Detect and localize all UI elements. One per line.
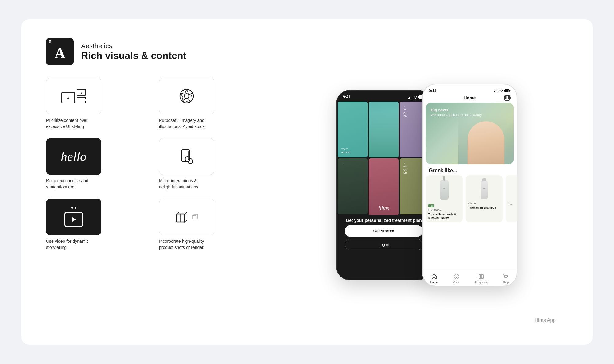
p1-cell-text-1: key tong acne — [340, 145, 352, 156]
svg-line-8 — [183, 99, 185, 102]
p2-status-icons — [494, 89, 511, 92]
logo-letter: A — [55, 45, 65, 61]
cart-icon — [503, 273, 509, 280]
p2-status-bar: 9:41 — [423, 84, 517, 95]
feature-content-priority: Prioritize content over excessive UI sty… — [46, 78, 148, 130]
p2-bottom-nav: Home Care Programs — [423, 270, 517, 286]
p2-big-news: Big news — [431, 108, 509, 112]
wifi-icon — [414, 95, 417, 99]
phones-wrapper: 9:41 key tong acne — [336, 84, 517, 286]
header-section: 5 A Aesthetics Rich visuals & content — [46, 38, 261, 65]
feature-label-video: Use video for dynamic storytelling — [46, 238, 101, 250]
feature-product-shots: Incorporate high-quality product shots o… — [159, 199, 261, 250]
p2-product-1-name: Topical Finasteride & Minoxidil Spray — [428, 213, 460, 220]
list-icon — [478, 273, 484, 280]
p2-hero-image — [458, 115, 514, 164]
p2-nav-care-label: Care — [453, 281, 460, 284]
video-icon-group — [64, 207, 83, 227]
p1-get-started-button[interactable]: Get started — [345, 225, 423, 237]
p2-nav-home[interactable]: Home — [430, 273, 438, 284]
feature-label-content-priority: Prioritize content over excessive UI sty… — [46, 118, 101, 130]
p1-cell-1: key tong acne — [338, 102, 368, 157]
p2-nav-title-bar: Home — [423, 95, 517, 103]
feature-label-product: Incorporate high-quality product shots o… — [159, 238, 214, 250]
p2-nav-programs[interactable]: Programs — [475, 273, 487, 284]
video-dot-1 — [71, 207, 73, 209]
image-large — [61, 92, 75, 103]
p2-battery-icon — [504, 89, 511, 92]
mountain-small-icon — [80, 90, 83, 95]
image-small-1 — [77, 89, 86, 96]
p2-nav-shop[interactable]: Shop — [502, 273, 509, 284]
section-subtitle: Aesthetics — [81, 42, 186, 50]
p1-cell-text-3: YAcGuiSta — [402, 103, 409, 120]
icon-box-video — [46, 199, 101, 235]
p2-nav-care[interactable]: Care — [453, 273, 460, 284]
programs-nav-icon — [478, 273, 484, 280]
svg-rect-21 — [408, 98, 409, 99]
svg-line-6 — [188, 99, 190, 102]
svg-rect-20 — [192, 215, 196, 219]
bottle-shape-icon: hims — [481, 181, 488, 199]
bottom-label: Hims App — [535, 318, 556, 323]
feature-text-concise: hello Keep text concise and straightforw… — [46, 138, 148, 190]
p2-product-rx-badge: Rx — [428, 204, 434, 207]
p1-cell-text-4: T — [340, 160, 345, 167]
bottle-label-2: hims — [481, 188, 488, 189]
svg-point-37 — [506, 96, 508, 98]
box3d-icon — [175, 210, 189, 224]
guy-silhouette — [468, 121, 504, 164]
p2-person-icon[interactable] — [504, 95, 511, 101]
image-stack — [77, 89, 86, 103]
feature-micro-interactions: Micro-interactions & delightful animatio… — [159, 138, 261, 190]
left-panel: 5 A Aesthetics Rich visuals & content — [46, 38, 261, 332]
feature-label-imagery: Purposeful imagery and illustrations. Av… — [159, 118, 214, 130]
logo-number: 5 — [49, 40, 51, 44]
p1-tagline: Get your personalized treatment plan — [346, 218, 422, 223]
images-icon — [61, 89, 86, 103]
svg-point-40 — [457, 276, 457, 277]
p2-product-2-image: hims — [468, 178, 500, 202]
p2-product-2-price: $19.00 — [468, 202, 500, 205]
p2-time: 9:41 — [429, 89, 436, 93]
p1-login-button[interactable]: Log in — [345, 239, 423, 250]
p2-product-3[interactable]: T... — [506, 175, 517, 222]
ghost-box-icon — [192, 214, 199, 220]
video-dots — [71, 207, 76, 209]
svg-point-45 — [505, 278, 505, 279]
right-panel: 9:41 key tong acne — [279, 38, 574, 332]
svg-rect-36 — [505, 90, 509, 92]
p2-product-2[interactable]: hims $19.00 Thickening Shampoo — [466, 175, 503, 222]
feature-label-micro: Micro-interactions & delightful animatio… — [159, 178, 214, 190]
icon-box-hello: hello — [46, 138, 101, 175]
p2-hero-banner: Big news Welcome Gronk to the hims famil… — [426, 103, 514, 164]
svg-point-46 — [507, 278, 507, 279]
p1-cell-5: hims — [369, 158, 399, 215]
phone-1: 9:41 key tong acne — [336, 90, 431, 280]
svg-rect-23 — [410, 96, 410, 99]
p2-product-1-image: hims — [428, 178, 460, 202]
p1-grid: key tong acne YAcGuiSta T — [337, 102, 431, 215]
face-icon — [453, 273, 460, 280]
p2-home-title: Home — [464, 95, 476, 100]
svg-line-3 — [187, 89, 188, 94]
image-line-2 — [77, 101, 86, 103]
svg-point-1 — [184, 94, 189, 99]
svg-point-33 — [501, 92, 502, 92]
svg-rect-29 — [494, 91, 495, 92]
icon-box-images — [46, 78, 101, 114]
image-line — [77, 97, 86, 99]
p2-product-1[interactable]: hims Rx from $50/mo Topical Finasteride … — [426, 175, 463, 222]
svg-point-39 — [455, 276, 456, 277]
p2-section-title: Gronk like... — [423, 164, 517, 175]
svg-rect-35 — [510, 90, 511, 91]
icon-box-3dbox — [159, 199, 214, 235]
header-text: Aesthetics Rich visuals & content — [81, 42, 186, 61]
bottle-label-1: hims — [440, 187, 449, 189]
p2-products-list: hims Rx from $50/mo Topical Finasteride … — [423, 175, 517, 222]
svg-rect-30 — [495, 91, 495, 92]
p1-status-bar: 9:41 — [337, 91, 431, 102]
svg-rect-24 — [411, 96, 411, 99]
video-camera-icon — [64, 212, 83, 227]
feature-label-text-concise: Keep text concise and straightforward — [46, 178, 101, 190]
